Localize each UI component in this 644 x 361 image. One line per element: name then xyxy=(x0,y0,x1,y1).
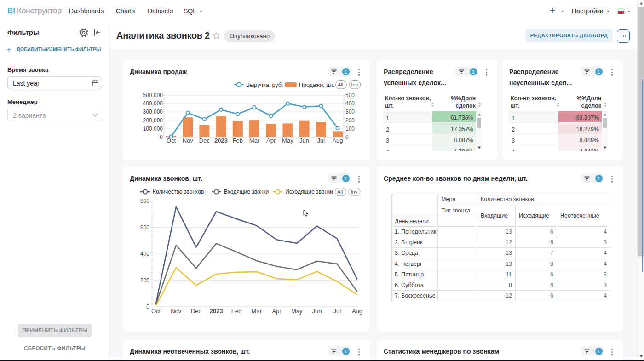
svg-text:Apr: Apr xyxy=(272,308,282,315)
svg-text:500,000: 500,000 xyxy=(143,92,163,98)
svg-text:200: 200 xyxy=(140,277,150,284)
svg-text:0: 0 xyxy=(160,134,163,140)
svg-text:800: 800 xyxy=(140,199,150,204)
svg-text:Aug: Aug xyxy=(352,308,362,315)
svg-text:100: 100 xyxy=(345,126,355,132)
svg-text:Mar: Mar xyxy=(252,308,262,315)
svg-text:300,000: 300,000 xyxy=(143,109,163,115)
svg-text:Dec: Dec xyxy=(191,308,202,315)
svg-text:Jun: Jun xyxy=(312,308,322,315)
svg-text:Inv: Inv xyxy=(351,82,358,87)
svg-text:200: 200 xyxy=(345,117,355,124)
svg-text:Входящие звонки: Входящие звонки xyxy=(224,189,269,195)
svg-text:400,000: 400,000 xyxy=(143,100,163,107)
svg-text:Nov: Nov xyxy=(183,137,194,144)
svg-text:Dec: Dec xyxy=(199,137,210,144)
svg-text:Aug: Aug xyxy=(332,137,343,144)
svg-text:Продажи, шт.: Продажи, шт. xyxy=(299,82,334,88)
svg-text:Oct: Oct xyxy=(167,137,176,144)
svg-text:400: 400 xyxy=(345,100,355,107)
svg-text:300: 300 xyxy=(345,109,355,115)
svg-text:500: 500 xyxy=(345,92,355,98)
svg-text:Jun: Jun xyxy=(299,137,309,144)
svg-text:Feb: Feb xyxy=(231,308,242,315)
svg-text:Jul: Jul xyxy=(317,137,325,144)
svg-text:Mar: Mar xyxy=(249,137,260,144)
svg-text:All: All xyxy=(338,82,343,87)
svg-text:0: 0 xyxy=(146,304,150,310)
svg-text:Nov: Nov xyxy=(171,308,182,315)
svg-text:All: All xyxy=(337,189,343,195)
svg-text:200,000: 200,000 xyxy=(143,117,163,124)
svg-text:Apr: Apr xyxy=(266,137,276,144)
svg-text:May: May xyxy=(291,308,303,315)
svg-text:400: 400 xyxy=(140,251,150,257)
svg-text:0: 0 xyxy=(345,134,349,140)
svg-text:Jul: Jul xyxy=(333,308,341,315)
svg-text:Oct: Oct xyxy=(151,308,161,315)
svg-text:May: May xyxy=(282,137,293,144)
svg-text:Feb: Feb xyxy=(233,137,243,144)
svg-text:Количество звонков: Количество звонков xyxy=(153,189,204,195)
svg-text:600: 600 xyxy=(140,224,150,231)
svg-text:Выручка, руб.: Выручка, руб. xyxy=(246,82,283,88)
svg-text:2023: 2023 xyxy=(210,308,223,315)
svg-text:Исходящие звонки: Исходящие звонки xyxy=(285,189,333,195)
svg-text:2023: 2023 xyxy=(214,137,228,144)
svg-text:100,000: 100,000 xyxy=(143,126,163,132)
svg-text:Inv: Inv xyxy=(351,189,358,195)
